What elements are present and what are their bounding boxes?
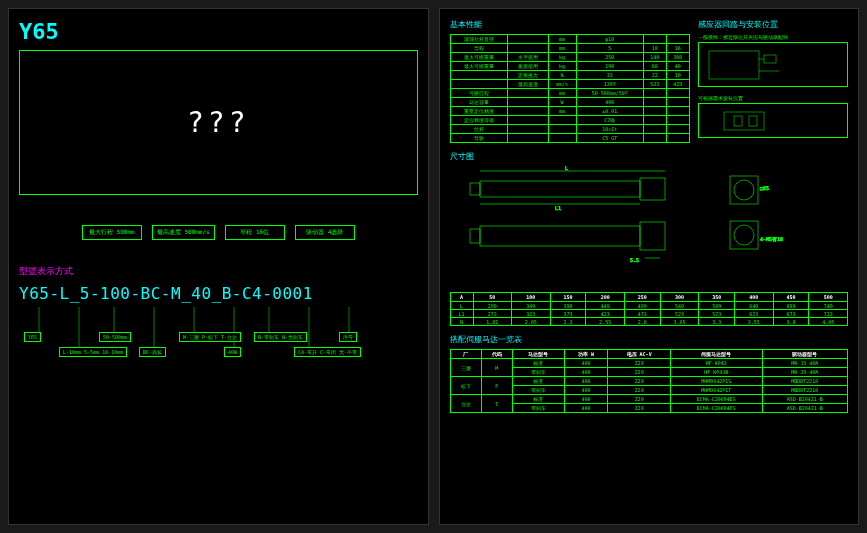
svg-rect-13 — [724, 112, 764, 130]
left-page: Y65 ??? 最大行程 500mm 最高速度 500mm/s 导程 16位 驱… — [8, 8, 429, 525]
svg-rect-23 — [480, 226, 640, 246]
svg-point-32 — [734, 225, 754, 245]
spec-label: 最大行程 500mm — [82, 225, 142, 240]
hero-placeholder: ??? — [187, 106, 250, 139]
svg-rect-14 — [734, 116, 742, 126]
svg-text:L: L — [565, 166, 568, 171]
spec-label: 导程 16位 — [225, 225, 285, 240]
sensor-note: 一般接线：接近限位开关应与驱动器配线 — [698, 34, 848, 40]
actuator-drawing-icon: L L1 5.5 □65 4-M5有18 — [450, 166, 849, 286]
spec-label-row: 最大行程 500mm 最高速度 500mm/s 导程 16位 驱动器 4选择 — [19, 225, 418, 240]
svg-rect-9 — [709, 51, 759, 79]
svg-rect-10 — [764, 55, 776, 63]
svg-rect-25 — [470, 229, 480, 243]
tree-node-lead: L-10mm 5-5mm 10-10mm — [59, 347, 127, 357]
tree-node-motorpos: BC-底装 — [139, 347, 166, 357]
spec-head: 基本性能 — [450, 19, 690, 30]
dimension-table: A50100150200250300350400450500L299349399… — [450, 292, 849, 326]
svg-text:4-M5有18: 4-M5有18 — [760, 236, 783, 242]
page-title: Y65 — [19, 19, 418, 44]
spec-label: 最高速度 500mm/s — [152, 225, 215, 240]
right-page: 基本性能 滚珠丝杆直径mmφ10导程mm51016最大可搬重量水平使用kg250… — [439, 8, 860, 525]
spec-table: 滚珠丝杆直径mmφ10导程mm51016最大可搬重量水平使用kg25014030… — [450, 34, 690, 143]
tree-node-power: 40W — [224, 347, 241, 357]
sensor-head: 感应器回路与安装位置 — [698, 19, 848, 30]
svg-text:5.5: 5.5 — [630, 257, 639, 263]
sensor-note2: 可根据需求安装位置 — [698, 95, 848, 101]
tree-node-stroke: 50-500mm — [99, 332, 131, 342]
tree-node-brake: B-带刹车 N-无刹车 — [254, 332, 307, 342]
model-string: Y65-L_5-100-BC-M_40_B-C4-0001 — [19, 284, 418, 303]
spec-block: 基本性能 滚珠丝杆直径mmφ10导程mm51016最大可搬重量水平使用kg250… — [450, 19, 690, 151]
model-section-head: 型號表示方式 — [19, 265, 418, 278]
svg-rect-15 — [749, 116, 757, 126]
hero-image-frame: ??? — [19, 50, 418, 195]
tree-node-sensor: C4-常开 C-常闭 无-不带 — [294, 347, 361, 357]
spec-label: 驱动器 4选择 — [295, 225, 355, 240]
tree-lines-icon — [19, 307, 418, 427]
svg-rect-16 — [480, 181, 640, 197]
svg-rect-17 — [640, 178, 665, 200]
tree-node-seq: 序号 — [339, 332, 357, 342]
sensor-mount-icon — [698, 103, 848, 138]
svg-rect-24 — [640, 222, 665, 250]
svg-point-29 — [734, 180, 754, 200]
dim-head: 尺寸图 — [450, 151, 849, 162]
tree-node-type: Y65 — [24, 332, 41, 342]
svg-text:L1: L1 — [555, 205, 561, 211]
sensor-block: 感应器回路与安装位置 一般接线：接近限位开关应与驱动器配线 可根据需求安装位置 — [698, 19, 848, 151]
tree-node-motor: M-三菱 P-松下 T-台达 — [179, 332, 241, 342]
motor-head: 搭配伺服马达一览表 — [450, 334, 849, 345]
motor-table: 厂代码马达型号功率 W电压 AC-V伺服马达型号驱动器型号三菱M标准400220… — [450, 349, 849, 413]
svg-rect-18 — [470, 183, 480, 195]
sensor-circuit-icon — [698, 42, 848, 87]
svg-text:□65: □65 — [760, 185, 769, 191]
dimension-drawing: L L1 5.5 □65 4-M5有18 — [450, 166, 849, 286]
model-tree: Y65 L-10mm 5-5mm 10-10mm 50-500mm BC-底装 … — [19, 307, 418, 427]
